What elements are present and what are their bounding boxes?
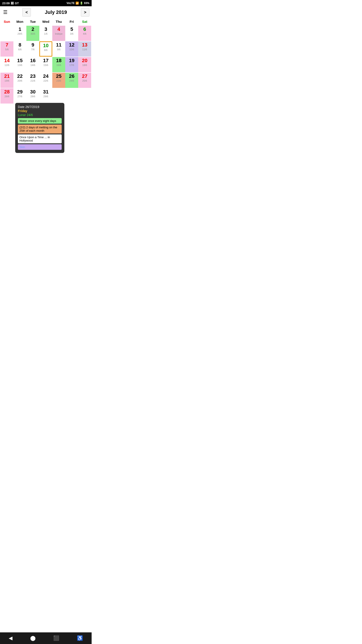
calendar-day-13[interactable]: 13 11/6 [78,41,91,56]
calendar-day-4[interactable]: 4 Indepe [52,26,65,41]
calendar-day-12[interactable]: 12 10/6 [65,41,78,56]
calendar-grid: 1 29/5 2 30/5 3 1/6 4 Indepe 5 3/6 6 4/6… [0,26,92,104]
popup-day: Friday [18,109,62,113]
calendar-day-28[interactable]: 28 26/6 [0,88,13,104]
calendar-day-10[interactable]: 10 8/6 [39,41,52,56]
battery-icon: 🔋 [80,2,83,5]
calendar-day-16[interactable]: 16 14/6 [26,57,39,72]
status-time: 23:09 [2,2,9,5]
calendar-day-21[interactable]: 21 19/6 [0,73,13,88]
calendar-day-7[interactable]: 7 5/6 [0,41,13,56]
calendar-day-6[interactable]: 6 4/6 [78,26,91,41]
popup-date: Date 26/7/2019 [18,105,62,109]
dow-sunday: Sun [0,18,13,25]
dow-tuesday: Tue [26,18,39,25]
calendar-day-15[interactable]: 15 13/6 [13,57,26,72]
signal-bars-icon: 📶 [75,2,79,5]
gallery-icon: 🖼 [11,2,14,5]
dow-saturday: Sat [78,18,91,25]
status-left: 23:09 🖼 GT [2,2,19,5]
popup-lunar: Lunar 24/6 [18,113,62,117]
calendar-day-14[interactable]: 14 12/6 [0,57,13,72]
volte-indicator: VoLTE [67,2,75,5]
next-month-button[interactable]: > [81,8,89,16]
calendar-day-empty-w1-sun [0,26,13,41]
status-right: VoLTE 📶 🔋 93% [67,2,89,5]
calendar-day-26[interactable]: 26 24/6 [65,73,78,88]
calendar-day-24[interactable]: 24 22/6 [39,73,52,88]
popup-event-2[interactable]: (2/2) 2 days of metting on the 25th of e… [18,124,62,134]
menu-button[interactable]: ☰ [2,8,8,16]
calendar-day-3[interactable]: 3 1/6 [39,26,52,41]
days-of-week-row: Sun Mon Tue Wed Thu Fri Sat [0,18,92,25]
dow-wednesday: Wed [39,18,52,25]
calendar-day-2[interactable]: 2 30/5 [26,26,39,41]
calendar-day-11[interactable]: 11 9/6 [52,41,65,56]
popup-event-3[interactable]: Once Upon a Time ... in Hollywood [18,134,62,143]
calendar-day-9[interactable]: 9 7/6 [26,41,39,56]
prev-month-button[interactable]: < [22,8,31,16]
calendar-day-25[interactable]: 25 23/6 [52,73,65,88]
calendar-day-17[interactable]: 17 15/6 [39,57,52,72]
calendar-day-1[interactable]: 1 29/5 [13,26,26,41]
dow-monday: Mon [13,18,26,25]
battery-level: 93% [84,2,89,5]
calendar-day-22[interactable]: 22 20/6 [13,73,26,88]
calendar-day-30[interactable]: 30 28/6 [26,88,39,104]
day-popup[interactable]: Date 26/7/2019 Friday Lunar 24/6 Water o… [15,103,64,153]
status-bar: 23:09 🖼 GT VoLTE 📶 🔋 93% [0,0,92,6]
calendar-day-29[interactable]: 29 27/6 [13,88,26,104]
popup-event-link[interactable]: Skin [19,145,25,149]
calendar-day-5[interactable]: 5 3/6 [65,26,78,41]
dow-thursday: Thu [52,18,65,25]
calendar-day-20[interactable]: 20 18/6 [78,57,91,72]
calendar-day-8[interactable]: 8 6/6 [13,41,26,56]
popup-event-4[interactable]: Skin [18,144,62,150]
calendar-day-27[interactable]: 27 25/6 [78,73,91,88]
month-title: July 2019 [45,10,67,15]
translate-icon: GT [15,2,19,5]
dow-friday: Fri [65,18,78,25]
popup-event-1[interactable]: Water once every eight days [18,118,62,124]
calendar-day-19[interactable]: 19 17/6 [65,57,78,72]
calendar-day-18[interactable]: 18 16/6 [52,57,65,72]
calendar-day-31[interactable]: 31 29/6 [39,88,52,104]
calendar-day-23[interactable]: 23 21/6 [26,73,39,88]
calendar-header: ☰ < July 2019 > [0,6,92,18]
